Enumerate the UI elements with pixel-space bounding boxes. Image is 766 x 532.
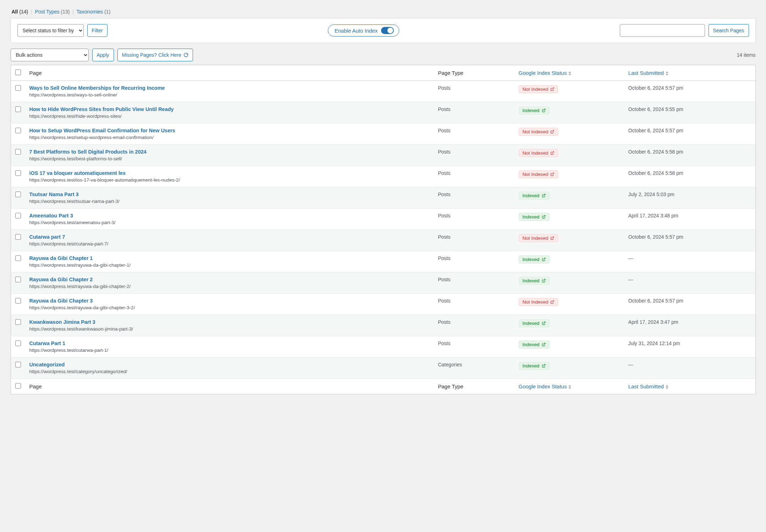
table-row: Rayuwa da Gibi Chapter 1 https://wordpre… xyxy=(11,251,755,272)
index-status-badge[interactable]: Indexed xyxy=(519,106,550,115)
index-status-label: Not Indexed xyxy=(523,172,549,177)
page-title-link[interactable]: Kwankwason Jimina Part 3 xyxy=(29,319,95,325)
select-all-checkbox[interactable] xyxy=(15,70,21,75)
page-title-link[interactable]: 7 Best Platforms to Sell Digital Product… xyxy=(29,149,147,155)
last-submitted-value: October 6, 2024 5:58 pm xyxy=(628,170,683,176)
index-status-label: Not Indexed xyxy=(523,299,549,305)
last-submitted-value: October 6, 2024 5:57 pm xyxy=(628,85,683,91)
column-page-type[interactable]: Page Type xyxy=(434,65,514,81)
page-title-link[interactable]: Uncategorized xyxy=(29,362,65,367)
missing-pages-label: Missing Pages? Click Here xyxy=(122,52,181,58)
page-title-link[interactable]: Tsutsar Nama Part 3 xyxy=(29,192,79,197)
external-link-icon xyxy=(550,236,554,240)
page-url: https://wordpress.test/cutarwa-part-1/ xyxy=(29,348,109,353)
index-status-badge[interactable]: Not Indexed xyxy=(519,234,558,242)
tab-post-types[interactable]: Post Types (13) xyxy=(35,9,71,15)
row-checkbox[interactable] xyxy=(15,85,21,91)
column-google-index[interactable]: Google Index Status xyxy=(519,70,572,76)
index-status-label: Indexed xyxy=(523,108,540,113)
page-type-value: Posts xyxy=(434,145,514,166)
page-title-link[interactable]: Rayuwa da Gibi Chapter 1 xyxy=(29,255,93,261)
page-url: https://wordpress.test/rayuwa-da-gibi-ch… xyxy=(29,262,131,268)
status-filter-select[interactable]: Select status to filter by xyxy=(17,24,84,37)
page-url: https://wordpress.test/cutarwa-part-7/ xyxy=(29,241,109,246)
select-all-checkbox-footer[interactable] xyxy=(15,383,21,389)
page-title-link[interactable]: How to Setup WordPress Email Confirmatio… xyxy=(29,128,175,133)
svg-line-9 xyxy=(543,279,545,281)
index-status-badge[interactable]: Indexed xyxy=(519,362,550,370)
index-status-badge[interactable]: Not Indexed xyxy=(519,85,558,93)
row-checkbox[interactable] xyxy=(15,298,21,304)
index-status-badge[interactable]: Not Indexed xyxy=(519,170,558,178)
index-status-label: Not Indexed xyxy=(523,235,549,241)
index-status-badge[interactable]: Indexed xyxy=(519,213,550,221)
auto-index-toggle[interactable]: Enable Auto Index xyxy=(328,24,399,37)
row-checkbox[interactable] xyxy=(15,149,21,155)
sort-icon xyxy=(568,385,572,389)
search-button[interactable]: Search Pages xyxy=(709,24,749,37)
index-status-label: Indexed xyxy=(523,193,540,198)
column-google-index-footer[interactable]: Google Index Status xyxy=(519,383,572,389)
table-row: 7 Best Platforms to Sell Digital Product… xyxy=(11,145,755,166)
pages-table: Page Page Type Google Index Status Last … xyxy=(11,65,756,394)
row-checkbox[interactable] xyxy=(15,213,21,218)
row-checkbox[interactable] xyxy=(15,106,21,112)
last-submitted-value: April 17, 2024 3:47 pm xyxy=(628,319,678,325)
apply-button[interactable]: Apply xyxy=(92,49,114,61)
index-status-badge[interactable]: Indexed xyxy=(519,255,550,264)
column-last-submitted[interactable]: Last Submitted xyxy=(628,70,669,76)
page-title-link[interactable]: Cutarwa Part 1 xyxy=(29,340,66,346)
table-row: How to Setup WordPress Email Confirmatio… xyxy=(11,123,755,145)
row-checkbox[interactable] xyxy=(15,362,21,367)
svg-line-5 xyxy=(543,194,545,196)
row-checkbox[interactable] xyxy=(15,340,21,346)
auto-index-label: Enable Auto Index xyxy=(335,28,378,34)
page-title-link[interactable]: Rayuwa da Gibi Chapter 3 xyxy=(29,298,93,304)
bulk-actions-select[interactable]: Bulk actions xyxy=(11,49,89,61)
last-submitted-value: April 17, 2024 3:48 pm xyxy=(628,213,678,218)
page-title-link[interactable]: Rayuwa da Gibi Chapter 2 xyxy=(29,277,93,282)
page-type-value: Posts xyxy=(434,187,514,209)
row-checkbox[interactable] xyxy=(15,128,21,133)
external-link-icon xyxy=(542,215,546,219)
index-status-badge[interactable]: Not Indexed xyxy=(519,298,558,306)
index-status-label: Indexed xyxy=(523,363,540,368)
page-title-link[interactable]: Ameenatou Part 3 xyxy=(29,213,73,218)
page-type-value: Posts xyxy=(434,272,514,294)
bulk-actions-row: Bulk actions Apply Missing Pages? Click … xyxy=(11,49,756,61)
tab-all[interactable]: All (14) xyxy=(12,9,30,15)
tab-taxonomies-label: Taxonomies xyxy=(77,9,103,15)
index-status-badge[interactable]: Indexed xyxy=(519,277,550,285)
page-title-link[interactable]: Cutarwa part 7 xyxy=(29,234,65,240)
index-status-badge[interactable]: Not Indexed xyxy=(519,149,558,157)
table-row: Kwankwason Jimina Part 3 https://wordpre… xyxy=(11,315,755,336)
missing-pages-button[interactable]: Missing Pages? Click Here xyxy=(117,49,193,61)
index-status-badge[interactable]: Indexed xyxy=(519,192,550,200)
last-submitted-value: October 6, 2024 5:57 pm xyxy=(628,234,683,240)
index-status-badge[interactable]: Not Indexed xyxy=(519,128,558,136)
column-page-type-footer[interactable]: Page Type xyxy=(434,379,514,394)
page-title-link[interactable]: iOS 17 va bloquer automatiquement les xyxy=(29,170,126,176)
page-title-link[interactable]: Ways to Sell Online Memberships for Recu… xyxy=(29,85,165,91)
column-page-footer[interactable]: Page xyxy=(25,379,434,394)
row-checkbox[interactable] xyxy=(15,234,21,240)
column-page[interactable]: Page xyxy=(25,65,434,81)
row-checkbox[interactable] xyxy=(15,255,21,261)
row-checkbox[interactable] xyxy=(15,277,21,282)
filter-button[interactable]: Filter xyxy=(87,24,108,37)
table-row: Tsutsar Nama Part 3 https://wordpress.te… xyxy=(11,187,755,209)
search-input[interactable] xyxy=(620,24,705,37)
row-checkbox[interactable] xyxy=(15,319,21,325)
svg-line-11 xyxy=(543,322,545,323)
table-row: How to Hide WordPress Sites from Public … xyxy=(11,102,755,123)
empty-date: — xyxy=(628,277,633,282)
row-checkbox[interactable] xyxy=(15,170,21,176)
tab-taxonomies[interactable]: Taxonomies (1) xyxy=(77,9,111,15)
page-title-link[interactable]: How to Hide WordPress Sites from Public … xyxy=(29,106,174,112)
index-status-badge[interactable]: Indexed xyxy=(519,340,550,349)
index-status-label: Indexed xyxy=(523,278,540,283)
row-checkbox[interactable] xyxy=(15,192,21,197)
index-status-badge[interactable]: Indexed xyxy=(519,319,550,327)
column-last-submitted-footer[interactable]: Last Submitted xyxy=(628,383,669,389)
page-type-value: Posts xyxy=(434,230,514,251)
